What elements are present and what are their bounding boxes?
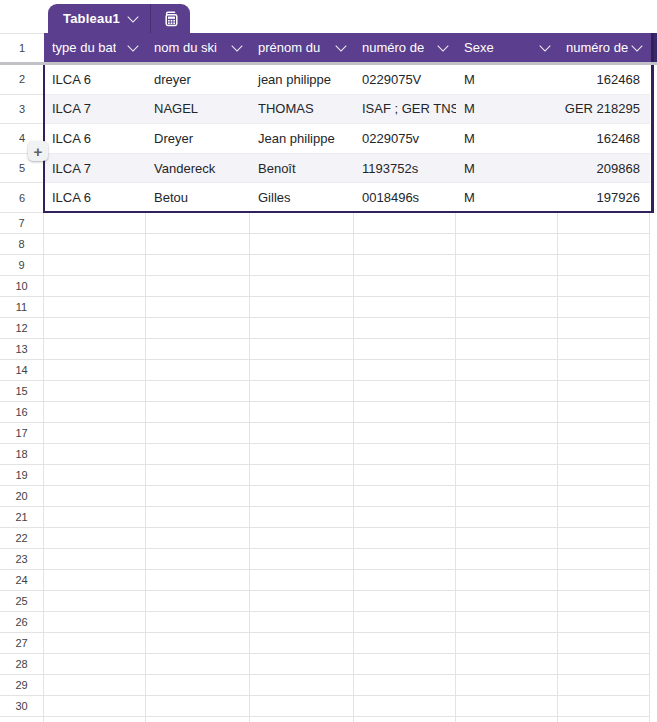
cell[interactable]	[146, 654, 250, 675]
cell[interactable]	[456, 318, 558, 339]
cell[interactable]	[354, 276, 456, 297]
cell[interactable]	[250, 528, 354, 549]
cell[interactable]: ILCA 6	[44, 183, 146, 212]
cell[interactable]	[456, 654, 558, 675]
cell[interactable]	[558, 402, 650, 423]
cell[interactable]	[456, 549, 558, 570]
row-number[interactable]: 29	[0, 675, 44, 696]
cell[interactable]	[558, 591, 650, 612]
cell[interactable]	[44, 549, 146, 570]
cell[interactable]	[250, 570, 354, 591]
cell[interactable]	[558, 549, 650, 570]
cell[interactable]: GER 218295	[558, 95, 650, 124]
cell[interactable]	[44, 276, 146, 297]
cell[interactable]	[456, 465, 558, 486]
cell[interactable]	[146, 255, 250, 276]
row-number[interactable]: 20	[0, 486, 44, 507]
cell[interactable]	[146, 381, 250, 402]
row-number[interactable]: 3	[0, 95, 44, 125]
cell[interactable]	[146, 213, 250, 234]
cell[interactable]	[44, 360, 146, 381]
cell[interactable]: ILCA 6	[44, 65, 146, 94]
row-number[interactable]: 27	[0, 633, 44, 654]
cell[interactable]	[250, 402, 354, 423]
row-number[interactable]: 30	[0, 696, 44, 717]
row-number[interactable]: 14	[0, 360, 44, 381]
cell[interactable]	[44, 696, 146, 717]
row-number[interactable]: 13	[0, 339, 44, 360]
cell[interactable]	[44, 528, 146, 549]
cell[interactable]	[456, 276, 558, 297]
cell[interactable]	[146, 717, 250, 722]
cell[interactable]	[558, 318, 650, 339]
cell[interactable]	[456, 234, 558, 255]
column-header-3[interactable]: prénom du	[250, 33, 354, 62]
cell[interactable]	[456, 213, 558, 234]
cell[interactable]	[250, 486, 354, 507]
cell[interactable]	[354, 402, 456, 423]
add-row-button[interactable]: +	[28, 141, 48, 161]
cell[interactable]	[558, 528, 650, 549]
row-number[interactable]: 23	[0, 549, 44, 570]
row-number[interactable]: 1	[0, 33, 44, 62]
cell[interactable]	[146, 297, 250, 318]
column-header-6[interactable]: numéro de	[558, 33, 650, 62]
cell[interactable]: ILCA 6	[44, 124, 146, 153]
cell[interactable]	[354, 297, 456, 318]
cell[interactable]	[250, 381, 354, 402]
cell[interactable]: Jean philippe	[250, 124, 354, 153]
cell[interactable]	[354, 486, 456, 507]
row-number[interactable]: 7	[0, 213, 44, 234]
cell[interactable]: 209868	[558, 154, 650, 183]
cell[interactable]	[44, 297, 146, 318]
cell[interactable]	[354, 360, 456, 381]
row-number[interactable]: 16	[0, 402, 44, 423]
row-number[interactable]: 19	[0, 465, 44, 486]
cell[interactable]	[558, 570, 650, 591]
row-number[interactable]: 8	[0, 234, 44, 255]
cell[interactable]	[250, 423, 354, 444]
cell[interactable]: M	[456, 65, 558, 94]
cell[interactable]	[44, 633, 146, 654]
cell[interactable]: 0229075v	[354, 124, 456, 153]
cell[interactable]	[44, 213, 146, 234]
chevron-down-icon[interactable]	[127, 40, 138, 51]
cell[interactable]	[250, 591, 354, 612]
cell[interactable]	[456, 528, 558, 549]
cell[interactable]	[146, 612, 250, 633]
cell[interactable]	[558, 486, 650, 507]
row-number[interactable]: 10	[0, 276, 44, 297]
cell[interactable]	[146, 276, 250, 297]
cell[interactable]	[44, 381, 146, 402]
cell[interactable]	[456, 339, 558, 360]
cell[interactable]	[456, 423, 558, 444]
cell[interactable]: 1193752s	[354, 154, 456, 183]
cell[interactable]	[354, 633, 456, 654]
cell[interactable]	[354, 507, 456, 528]
cell[interactable]	[558, 234, 650, 255]
cell[interactable]	[250, 612, 354, 633]
cell[interactable]	[146, 591, 250, 612]
cell[interactable]	[44, 234, 146, 255]
cell[interactable]	[44, 255, 146, 276]
cell[interactable]: 162468	[558, 65, 650, 94]
cell[interactable]	[456, 675, 558, 696]
cell[interactable]	[146, 318, 250, 339]
cell[interactable]	[146, 570, 250, 591]
cell[interactable]	[44, 444, 146, 465]
cell[interactable]	[44, 675, 146, 696]
cell[interactable]	[250, 234, 354, 255]
cell[interactable]	[250, 549, 354, 570]
column-header-5[interactable]: Sexe	[456, 33, 558, 62]
cell[interactable]	[146, 549, 250, 570]
cell[interactable]	[44, 570, 146, 591]
cell[interactable]: dreyer	[146, 65, 250, 94]
cell[interactable]	[354, 234, 456, 255]
chevron-down-icon[interactable]	[539, 40, 550, 51]
cell[interactable]: 0229075V	[354, 65, 456, 94]
row-number[interactable]: 22	[0, 528, 44, 549]
row-number[interactable]: 6	[0, 183, 44, 213]
cell[interactable]	[354, 696, 456, 717]
table-name-button[interactable]: Tableau1	[48, 4, 150, 33]
frozen-row-divider[interactable]	[0, 62, 657, 65]
